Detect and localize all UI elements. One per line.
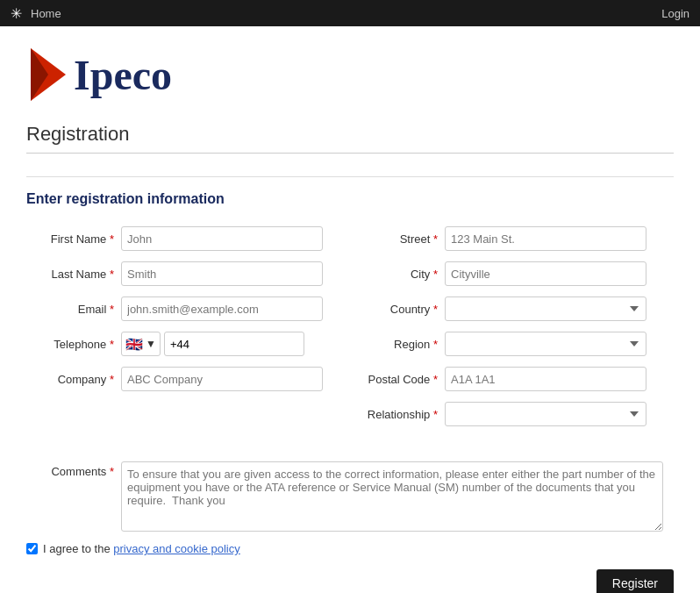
first-name-label: First Name * [26,232,114,246]
required-marker: * [110,303,114,316]
page-title: Registration [26,123,674,154]
postal-code-input[interactable] [445,367,646,391]
form-subtitle: Enter registration information [26,191,674,207]
company-label: Company * [26,373,114,386]
required-marker: * [433,338,438,351]
required-marker: * [110,338,114,351]
required-marker: * [433,373,438,386]
region-label: Region * [350,338,438,351]
section-divider [26,176,674,177]
required-marker: * [110,268,114,281]
country-label: Country * [350,303,438,316]
register-row: Register [0,566,700,593]
uk-flag-icon: 🇬🇧 [125,336,143,353]
flag-dropdown-icon: ▼ [146,338,156,350]
required-marker: * [110,373,114,386]
first-name-row: First Name * [26,225,350,253]
required-marker: * [110,232,114,246]
required-marker: * [433,408,438,421]
city-row: City * [350,260,674,288]
first-name-input[interactable] [121,226,323,251]
form-right-column: Street * City * Country * United Kingdom [350,225,674,428]
street-label: Street * [350,232,438,246]
telephone-row: Telephone * 🇬🇧 ▼ [26,330,350,358]
last-name-label: Last Name * [26,268,114,281]
telephone-wrapper: 🇬🇧 ▼ [121,332,304,356]
comments-label: Comments * [26,461,114,478]
navbar-brand-icon: ✳ [11,5,22,22]
form-section: Enter registration information First Nam… [0,191,700,454]
last-name-row: Last Name * [26,260,350,288]
relationship-select[interactable] [445,402,646,426]
relationship-label: Relationship * [350,408,438,421]
logo-text: Ipeco [74,51,172,99]
email-input[interactable] [121,296,323,321]
country-select[interactable]: United Kingdom United States [445,296,646,321]
logo-container: Ipeco [26,44,674,105]
policy-link[interactable]: privacy and cookie policy [113,542,240,555]
login-link[interactable]: Login [661,7,689,20]
city-label: City * [350,268,438,281]
street-row: Street * [350,225,674,253]
company-input[interactable] [121,367,323,391]
comments-textarea[interactable] [121,461,663,532]
region-row: Region * [350,330,674,358]
postal-code-label: Postal Code * [350,373,438,386]
register-button[interactable]: Register [596,569,674,593]
telephone-input[interactable] [164,332,304,356]
logo-arrow-icon [26,44,70,105]
telephone-flag-selector[interactable]: 🇬🇧 ▼ [121,332,161,356]
postal-code-row: Postal Code * [350,365,674,393]
form-grid: First Name * Last Name * Email * [26,225,674,428]
street-input[interactable] [445,226,646,251]
policy-checkbox[interactable] [26,543,38,554]
header-area: Ipeco Registration [0,26,700,176]
home-link[interactable]: Home [31,7,61,20]
relationship-row: Relationship * [350,400,674,428]
telephone-label: Telephone * [26,338,114,351]
last-name-input[interactable] [121,261,323,286]
navbar: ✳ Home Login [0,0,700,26]
required-marker: * [433,303,438,316]
email-label: Email * [26,303,114,316]
required-marker: * [110,465,114,478]
company-row: Company * [26,365,350,393]
comments-row: Comments * [0,461,700,532]
country-row: Country * United Kingdom United States [350,295,674,323]
policy-text: I agree to the privacy and cookie policy [43,542,240,555]
city-input[interactable] [445,261,646,286]
form-left-column: First Name * Last Name * Email * [26,225,350,428]
email-row: Email * [26,295,350,323]
region-select[interactable] [445,332,646,356]
policy-row: I agree to the privacy and cookie policy [0,532,700,566]
required-marker: * [433,232,438,246]
navbar-left: ✳ Home [11,5,61,22]
required-marker: * [433,268,438,281]
